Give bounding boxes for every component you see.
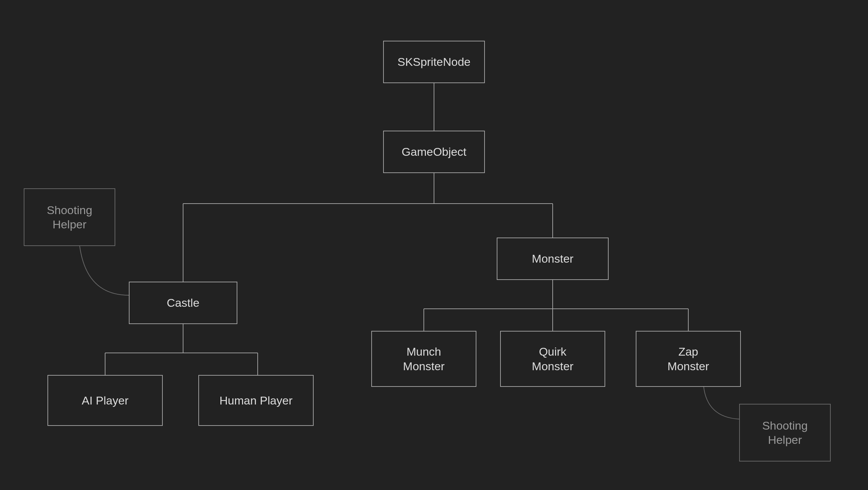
node-castle: Castle	[129, 282, 237, 324]
node-monster: Monster	[497, 238, 609, 280]
node-shooting-helper-left: ShootingHelper	[24, 188, 115, 246]
node-human-player: Human Player	[198, 375, 314, 426]
edge-shooting-helper-zap	[704, 386, 739, 419]
edge-shooting-helper-castle	[80, 246, 129, 295]
node-label: SKSpriteNode	[397, 55, 470, 69]
node-label: Human Player	[219, 393, 292, 408]
node-label: MunchMonster	[403, 344, 445, 373]
node-label: ShootingHelper	[762, 418, 808, 447]
node-label: Monster	[532, 251, 574, 266]
node-munch-monster: MunchMonster	[371, 331, 476, 387]
class-hierarchy-diagram: SKSpriteNode GameObject Castle Monster A…	[0, 0, 868, 490]
node-gameobject: GameObject	[383, 131, 485, 173]
node-label: ZapMonster	[668, 344, 709, 373]
node-label: GameObject	[402, 145, 467, 159]
node-ai-player: AI Player	[47, 375, 163, 426]
node-shooting-helper-right: ShootingHelper	[739, 404, 831, 461]
node-zap-monster: ZapMonster	[636, 331, 741, 387]
node-sksprite: SKSpriteNode	[383, 41, 485, 83]
node-label: QuirkMonster	[532, 344, 574, 373]
node-quirk-monster: QuirkMonster	[500, 331, 605, 387]
node-label: Castle	[167, 296, 199, 310]
node-label: AI Player	[82, 393, 129, 408]
node-label: ShootingHelper	[47, 203, 92, 232]
